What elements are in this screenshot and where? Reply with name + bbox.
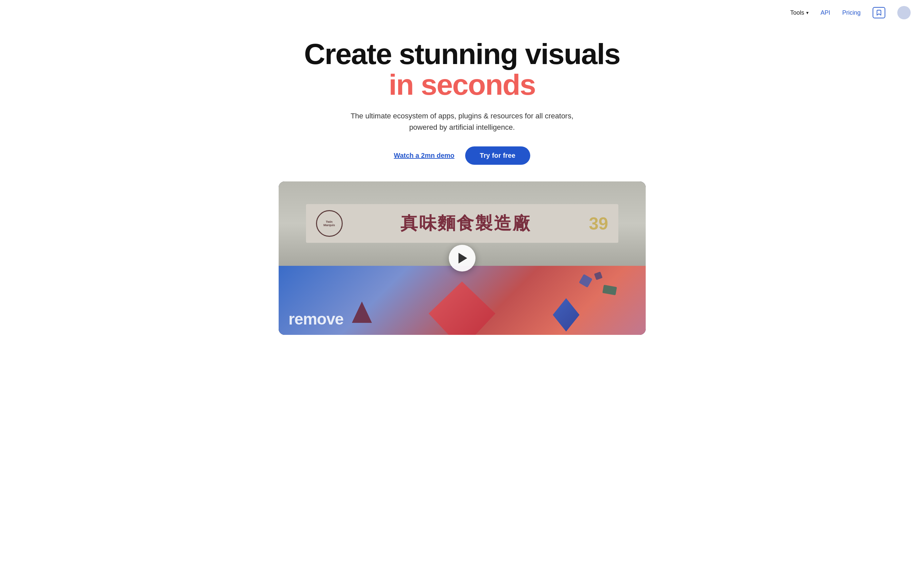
remove-watermark-text: remove	[289, 310, 344, 328]
watch-demo-button[interactable]: Watch a 2mn demo	[394, 148, 454, 163]
try-for-free-button[interactable]: Try for free	[465, 147, 530, 165]
video-bottom-section: remove	[279, 266, 646, 335]
stamp-marquis: Marquis	[323, 224, 335, 227]
video-preview: Twin Marquis 真味麵食製造廠 39 remove	[279, 181, 646, 335]
hero-subtitle: The ultimate ecosystem of apps, plugins …	[346, 110, 579, 133]
tools-chevron-icon: ▾	[806, 10, 809, 15]
api-link[interactable]: API	[821, 9, 830, 16]
play-triangle-icon	[459, 253, 467, 263]
hero-cta-row: Watch a 2mn demo Try for free	[6, 147, 918, 165]
tools-menu[interactable]: Tools ▾	[790, 9, 809, 16]
tools-label: Tools	[790, 9, 804, 16]
hero-title-line1: Create stunning visuals	[6, 39, 918, 69]
bookmark-icon	[876, 9, 882, 16]
hero-section: Create stunning visuals in seconds The u…	[0, 25, 924, 342]
sign-chinese-text: 真味麵食製造廠	[343, 212, 589, 235]
sign-banner: Twin Marquis 真味麵食製造廠 39	[306, 204, 618, 243]
bookmark-icon-button[interactable]	[872, 7, 885, 18]
user-avatar[interactable]	[897, 6, 911, 19]
sign-number: 39	[589, 213, 608, 234]
navbar: Tools ▾ API Pricing	[0, 0, 924, 25]
pricing-link[interactable]: Pricing	[842, 9, 861, 16]
sign-stamp: Twin Marquis	[316, 210, 343, 237]
stamp-twin: Twin	[326, 220, 333, 224]
hero-title-line2: in seconds	[6, 69, 918, 100]
play-button[interactable]	[449, 245, 475, 271]
